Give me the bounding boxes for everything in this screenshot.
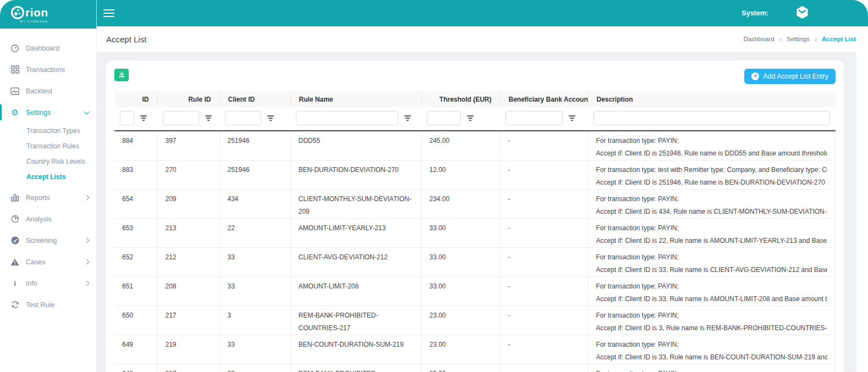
table-row[interactable]: 884397251946DDD55245.00-For transaction … xyxy=(114,131,836,160)
cell-description: For transaction type: PAYIN;Accept if: C… xyxy=(588,306,836,335)
column-header-beneficiary-bank-account[interactable]: Beneficiary Bank Account xyxy=(500,91,588,107)
sidebar-item-settings[interactable]: ⚙Settings xyxy=(0,102,96,123)
breadcrumb-dashboard[interactable]: Dashboard xyxy=(743,36,774,42)
chevron-right-icon xyxy=(84,259,90,265)
column-header-id[interactable]: ID xyxy=(114,91,157,107)
table-row[interactable]: 65120833AMOUNT-LIMIT-20833.00-For transa… xyxy=(114,277,836,306)
gear-icon: ⚙ xyxy=(10,108,20,116)
sidebar-item-backtest[interactable]: Backtest xyxy=(0,80,96,102)
cell-beneficiary: - xyxy=(500,248,588,277)
filter-icon[interactable] xyxy=(140,115,147,121)
description-line: Accept if: Client ID is 3, Rule name is … xyxy=(596,322,828,335)
sidebar-item-dashboard[interactable]: Dashboard xyxy=(0,37,96,59)
cell-description: For transaction type: PAYIN;Accept if: C… xyxy=(588,364,836,372)
table-row[interactable]: 65221233CLIENT-AVG-DEVIATION-21233.00-Fo… xyxy=(114,248,836,277)
cell-id: 654 xyxy=(114,190,157,219)
bar-chart-icon xyxy=(10,194,20,202)
cell-rule-name: CLIENT-MONTHLY-SUM-DEVIATION-209 xyxy=(290,190,421,219)
topbar: System: xyxy=(97,0,868,26)
cell-rule-id: 219 xyxy=(157,335,219,364)
cell-description: For transaction type: PAYIN;Accept if: C… xyxy=(588,335,836,364)
page-scrollbar[interactable] xyxy=(856,52,868,372)
sidebar-item-test-rule[interactable]: Test Rule xyxy=(0,294,96,315)
sidebar-item-info[interactable]: iInfo xyxy=(0,273,96,294)
sidebar-subitem-country-risk-levels[interactable]: Country Risk Levels xyxy=(0,154,96,169)
filter-cell xyxy=(500,107,588,131)
sidebar-item-label: Reports xyxy=(26,194,50,202)
hamburger-menu-icon[interactable] xyxy=(103,7,114,19)
sidebar-item-analysis[interactable]: Analysis xyxy=(0,208,96,230)
sidebar-nav: DashboardTransactionsBacktest⚙SettingsTr… xyxy=(0,29,96,315)
table-row[interactable]: 883270251946BEN-DURATION-DEVIATION-27012… xyxy=(114,160,836,190)
table-row[interactable]: 65321322AMOUNT-LIMIT-YEARLY-21333.00-For… xyxy=(114,219,836,248)
filter-icon[interactable] xyxy=(205,115,212,121)
pie-chart-icon xyxy=(10,215,20,223)
cell-threshold: 23.00 xyxy=(421,306,500,335)
cell-rule-name: REM-BANK-PROHIBITED-COUNTRIES-217 xyxy=(290,364,421,372)
cell-threshold: 234.00 xyxy=(421,190,500,219)
sidebar-subitem-accept-lists[interactable]: Accept Lists xyxy=(0,169,96,185)
sidebar-item-cases[interactable]: Cases xyxy=(0,251,96,273)
filter-input-description[interactable] xyxy=(594,111,830,125)
table-row[interactable]: 654209434CLIENT-MONTHLY-SUM-DEVIATION-20… xyxy=(114,190,836,219)
content-area: + Add Accept List Entry IDRule IDClient … xyxy=(97,52,856,372)
accept-list-card: + Add Accept List Entry IDRule IDClient … xyxy=(106,60,844,372)
filter-input-id[interactable] xyxy=(120,111,134,125)
filter-icon[interactable] xyxy=(569,115,575,121)
filter-cell xyxy=(421,107,500,131)
sidebar-item-label: Cases xyxy=(26,258,45,266)
cell-client-id: 33 xyxy=(219,248,290,277)
description-line: Accept if: Client ID is 33, Rule name is… xyxy=(596,351,828,364)
sync-icon xyxy=(10,301,20,309)
column-header-client-id[interactable]: Client ID xyxy=(219,91,290,107)
filter-input-rule-id[interactable] xyxy=(163,111,199,125)
breadcrumb-settings[interactable]: Settings xyxy=(787,36,810,42)
column-header-threshold-eur-[interactable]: Threshold (EUR) xyxy=(421,91,500,107)
grid-icon xyxy=(10,65,20,74)
sidebar-item-label: Settings xyxy=(26,109,51,116)
description-line: For transaction type: PAYIN; xyxy=(596,135,828,147)
cell-rule-id: 209 xyxy=(157,190,219,219)
description-line: Accept if: Client ID is 251946, Rule nam… xyxy=(596,176,828,189)
info-icon: i xyxy=(10,280,20,287)
sidebar-subitem-label: Accept Lists xyxy=(26,173,65,181)
column-header-description[interactable]: Description xyxy=(588,91,836,107)
sidebar-subitem-label: Transaction Types xyxy=(26,127,80,135)
cell-threshold: 245.00 xyxy=(421,131,500,160)
sidebar-item-label: Dashboard xyxy=(26,45,59,52)
filter-icon[interactable] xyxy=(267,115,274,121)
sidebar-item-screening[interactable]: Screening xyxy=(0,230,96,251)
sidebar-subitem-transaction-rules[interactable]: Transaction Rules xyxy=(0,138,96,154)
table-row[interactable]: 64921933BEN-COUNT-DURATION-SUM-21923.00-… xyxy=(114,335,836,364)
download-button[interactable] xyxy=(114,69,129,81)
table-row[interactable]: 64821723REM-BANK-PROHIBITED-COUNTRIES-21… xyxy=(114,364,836,372)
orion-o-icon xyxy=(11,6,24,19)
cell-rule-name: DDD55 xyxy=(290,131,421,160)
system-package-icon[interactable] xyxy=(795,5,810,22)
filter-icon[interactable] xyxy=(467,115,474,121)
titlebar: Accept List Dashboard›Settings›Accept Li… xyxy=(97,26,868,52)
brand-logo[interactable]: rion by CODENAK xyxy=(0,0,96,29)
add-button-label: Add Accept List Entry xyxy=(763,73,828,80)
add-accept-list-entry-button[interactable]: + Add Accept List Entry xyxy=(744,69,836,84)
filter-input-rule-name[interactable] xyxy=(296,111,398,125)
sidebar: rion by CODENAK DashboardTransactionsBac… xyxy=(0,0,97,372)
sidebar-subitem-transaction-types[interactable]: Transaction Types xyxy=(0,123,96,138)
column-header-rule-name[interactable]: Rule Name xyxy=(290,91,421,107)
description-line: Accept if: Client ID is 33, Rule name is… xyxy=(596,264,828,276)
sidebar-item-transactions[interactable]: Transactions xyxy=(0,59,96,80)
cell-id: 650 xyxy=(114,306,157,335)
filter-input-client-id[interactable] xyxy=(225,111,261,125)
cell-client-id: 3 xyxy=(219,306,290,335)
brand-name: rion xyxy=(25,6,48,19)
breadcrumb-accept-list[interactable]: Accept List xyxy=(822,36,856,42)
sidebar-item-reports[interactable]: Reports xyxy=(0,187,96,208)
description-line: Accept if: Client ID is 33, Rule name is… xyxy=(596,293,828,306)
cell-id: 884 xyxy=(114,131,157,160)
column-header-rule-id[interactable]: Rule ID xyxy=(157,91,219,107)
filter-input-beneficiary-bank-account[interactable] xyxy=(506,111,563,125)
table-row[interactable]: 6502173REM-BANK-PROHIBITED-COUNTRIES-217… xyxy=(114,306,836,335)
cell-beneficiary: - xyxy=(500,160,588,190)
filter-input-threshold-eur-[interactable] xyxy=(427,111,461,125)
filter-icon[interactable] xyxy=(404,115,411,121)
